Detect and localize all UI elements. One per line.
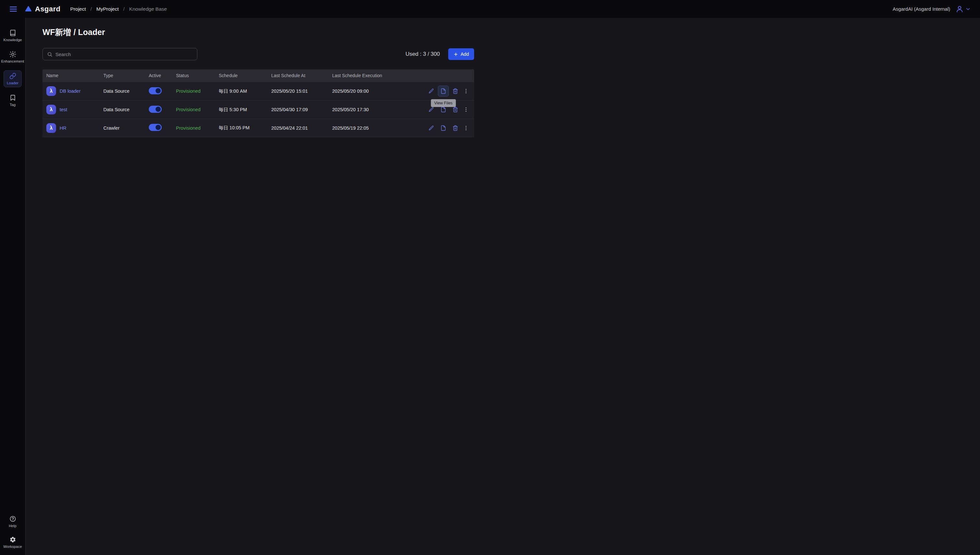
table-row: λ HR Crawler Provisioned 毎日 10:05 PM 202…	[42, 119, 474, 137]
breadcrumb: Project / MyProject / Knowledge Base	[70, 6, 167, 12]
search-input[interactable]	[55, 51, 193, 57]
search-box	[42, 48, 197, 60]
type-value: Crawler	[103, 125, 149, 131]
column-header-active: Active	[149, 73, 176, 78]
loader-badge-icon: λ	[46, 123, 56, 133]
kebab-icon	[463, 125, 469, 131]
more-actions-button[interactable]	[462, 104, 470, 115]
table-row: λ DB loader Data Source Provisioned 毎日 9…	[42, 82, 474, 100]
sidebar-item-knowledge[interactable]: Knowledge	[2, 27, 23, 44]
column-header-last-schedule-execution: Last Schedule Execution	[332, 73, 413, 78]
trash-icon	[452, 88, 458, 94]
active-toggle[interactable]	[149, 87, 162, 94]
hamburger-menu-button[interactable]	[9, 5, 18, 13]
column-header-schedule: Schedule	[219, 73, 271, 78]
edit-button[interactable]	[426, 122, 437, 133]
loader-badge-icon: λ	[46, 86, 56, 96]
pencil-icon	[428, 107, 434, 112]
loader-name-link[interactable]: DB loader	[59, 88, 80, 94]
breadcrumb-item-project[interactable]: Project	[70, 6, 86, 12]
loader-table: Name Type Active Status Schedule Last Sc…	[42, 69, 474, 137]
link-icon	[10, 73, 16, 79]
file-icon	[440, 107, 446, 112]
column-header-name: Name	[46, 73, 103, 78]
brand-title: Asgard	[35, 5, 61, 13]
sidebar-item-enhancement[interactable]: Enhancement	[2, 49, 23, 65]
brand: Asgard	[25, 5, 61, 13]
status-value: Provisioned	[176, 107, 219, 112]
view-files-button[interactable]	[438, 122, 449, 133]
pencil-icon	[428, 125, 434, 131]
sidebar: Knowledge Enhancement Loader Tag	[0, 18, 26, 278]
loader-name-link[interactable]: test	[59, 107, 67, 112]
view-files-tooltip: View Files	[431, 99, 456, 107]
last-schedule-execution-value: 2025/05/20 09:00	[332, 88, 413, 94]
loader-name-link[interactable]: HR	[59, 125, 66, 131]
column-header-status: Status	[176, 73, 219, 78]
sidebar-item-label: Tag	[10, 103, 16, 107]
kebab-icon	[463, 88, 469, 94]
status-value: Provisioned	[176, 125, 219, 131]
more-actions-button[interactable]	[462, 86, 470, 96]
breadcrumb-item-knowledge-base: Knowledge Base	[129, 6, 167, 12]
active-toggle[interactable]	[149, 106, 162, 113]
book-icon	[10, 29, 16, 36]
type-value: Data Source	[103, 107, 149, 112]
loader-badge-icon: λ	[46, 105, 56, 114]
sidebar-item-loader[interactable]: Loader	[3, 71, 22, 87]
last-schedule-at-value: 2025/05/20 15:01	[271, 88, 332, 94]
file-icon	[440, 88, 446, 94]
last-schedule-at-value: 2025/04/30 17:09	[271, 107, 332, 112]
search-icon	[47, 51, 53, 57]
trash-icon	[452, 107, 458, 112]
hamburger-icon	[9, 5, 18, 13]
more-actions-button[interactable]	[462, 122, 470, 133]
status-value: Provisioned	[176, 88, 219, 94]
main-content: WF新増 / Loader Used : 3 / 300 Add Name Ty…	[26, 18, 490, 137]
bookmark-icon	[10, 94, 16, 101]
sidebar-item-tag[interactable]: Tag	[2, 92, 23, 109]
trash-icon	[452, 125, 458, 131]
column-header-type: Type	[103, 73, 149, 78]
edit-button[interactable]	[426, 86, 437, 96]
type-value: Data Source	[103, 88, 149, 94]
logo-triangle-icon	[25, 5, 32, 13]
last-schedule-execution-value: 2025/05/19 22:05	[332, 125, 413, 131]
sidebar-item-label: Knowledge	[3, 38, 22, 42]
last-schedule-at-value: 2025/04/24 22:01	[271, 125, 332, 131]
usage-label: Used : 3 / 300	[405, 51, 440, 58]
table-row: λ test Data Source Provisioned 毎日 5:30 P…	[42, 100, 474, 119]
schedule-value: 毎日 10:05 PM	[219, 125, 271, 131]
breadcrumb-item-myproject[interactable]: MyProject	[96, 6, 118, 12]
delete-button[interactable]	[450, 122, 461, 133]
delete-button[interactable]	[450, 86, 461, 96]
sun-icon	[10, 51, 16, 58]
topbar: Asgard Project / MyProject / Knowledge B…	[0, 0, 490, 18]
breadcrumb-separator: /	[90, 6, 92, 12]
add-button-label: Add	[461, 51, 469, 57]
pencil-icon	[428, 88, 434, 94]
plus-icon	[453, 52, 458, 57]
sidebar-item-label: Loader	[7, 81, 18, 85]
column-header-last-schedule-at: Last Schedule At	[271, 73, 332, 78]
kebab-icon	[463, 107, 469, 112]
page-title: WF新増 / Loader	[42, 27, 474, 38]
schedule-value: 毎日 9:00 AM	[219, 88, 271, 94]
breadcrumb-separator: /	[123, 6, 125, 12]
file-icon	[440, 125, 446, 131]
table-header: Name Type Active Status Schedule Last Sc…	[42, 69, 474, 82]
last-schedule-execution-value: 2025/05/20 17:30	[332, 107, 413, 112]
add-button[interactable]: Add	[448, 48, 474, 60]
schedule-value: 毎日 5:30 PM	[219, 107, 271, 113]
active-toggle[interactable]	[149, 124, 162, 131]
sidebar-item-label: Enhancement	[1, 59, 24, 63]
view-files-button[interactable]: View Files	[438, 86, 449, 96]
